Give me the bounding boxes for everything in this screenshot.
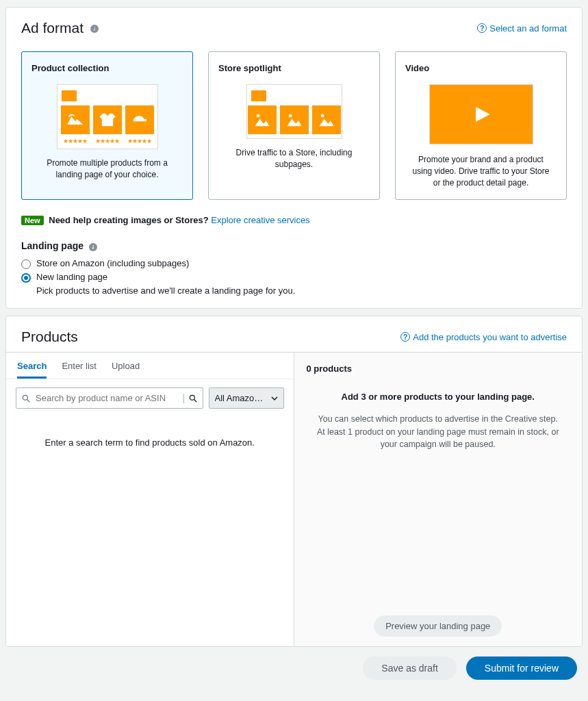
tab-enter-list[interactable]: Enter list <box>62 361 97 379</box>
creative-services-banner: New Need help creating images or Stores?… <box>21 215 567 225</box>
svg-point-3 <box>23 395 27 400</box>
search-row: All Amazon p… <box>6 379 294 417</box>
ad-format-help-link[interactable]: ? Select an ad format <box>477 23 567 34</box>
products-title: Products <box>21 329 78 345</box>
products-right-body: Add 3 or more products to your landing p… <box>294 375 583 606</box>
products-right-foot: Preview your landing page <box>294 606 583 646</box>
products-count: 0 products <box>294 353 583 375</box>
product-collection-thumb: ★★★★★★★★★★★★★★★ <box>57 84 158 149</box>
preview-landing-page-button[interactable]: Preview your landing page <box>374 615 502 637</box>
radio-icon <box>21 273 31 283</box>
card-title: Video <box>405 63 557 73</box>
card-desc: Promote multiple products from a landing… <box>31 157 183 181</box>
help-icon: ? <box>477 23 487 33</box>
card-store-spotlight[interactable]: Store spotlight Drive traffic to a Store… <box>208 51 380 200</box>
search-go-button[interactable] <box>183 394 203 403</box>
products-left: Search Enter list Upload All Amazon p… <box>6 353 294 646</box>
products-lead: Add 3 or more products to your landing p… <box>315 392 562 402</box>
ad-format-cards: Product collection ★★★★★★★★★★★★★★★ Promo… <box>21 51 567 200</box>
search-hint: Enter a search term to find products sol… <box>6 417 294 468</box>
ad-format-panel: Ad format i ? Select an ad format Produc… <box>5 7 583 309</box>
products-panel: Products ? Add the products you want to … <box>5 316 583 647</box>
info-icon[interactable]: i <box>89 243 97 251</box>
radio-label: Store on Amazon (including subpages) <box>36 258 189 268</box>
products-help-link[interactable]: ? Add the products you want to advertise <box>400 332 567 342</box>
card-desc: Promote your brand and a product using v… <box>405 154 557 188</box>
page-footer: Save as draft Submit for review <box>5 647 583 680</box>
tab-upload[interactable]: Upload <box>112 361 140 379</box>
banner-text: Need help creating images or Stores? <box>49 215 208 225</box>
radio-label: New landing page <box>36 272 107 282</box>
explore-creative-services-link[interactable]: Explore creative services <box>211 215 310 225</box>
svg-point-1 <box>288 114 292 118</box>
store-spotlight-thumb <box>246 84 342 139</box>
svg-line-4 <box>27 400 30 403</box>
svg-point-2 <box>320 114 324 118</box>
search-icon <box>16 394 36 403</box>
card-video[interactable]: Video Promote your brand and a product u… <box>395 51 567 200</box>
products-split: Search Enter list Upload All Amazon p… <box>6 352 582 646</box>
dropdown-label: All Amazon p… <box>215 393 268 403</box>
radio-icon <box>21 259 31 269</box>
products-header: Products ? Add the products you want to … <box>6 316 582 352</box>
new-badge: New <box>21 216 44 225</box>
save-draft-button[interactable]: Save as draft <box>363 657 457 680</box>
radio-sub-text: Pick products to advertise and we'll cre… <box>36 285 567 296</box>
svg-point-0 <box>256 114 259 118</box>
product-tabs: Search Enter list Upload <box>6 353 294 379</box>
radio-store-on-amazon[interactable]: Store on Amazon (including subpages) <box>21 258 567 269</box>
chevron-down-icon <box>271 395 278 402</box>
tab-search[interactable]: Search <box>17 361 47 379</box>
radio-new-landing-page[interactable]: New landing page <box>21 272 567 283</box>
svg-line-6 <box>194 400 197 403</box>
landing-page-title: Landing page i <box>21 240 567 251</box>
card-desc: Drive traffic to a Store, including subp… <box>218 147 370 170</box>
svg-point-5 <box>190 395 194 400</box>
submit-for-review-button[interactable]: Submit for review <box>466 657 577 680</box>
ad-format-header: Ad format i ? Select an ad format <box>21 20 567 36</box>
card-product-collection[interactable]: Product collection ★★★★★★★★★★★★★★★ Promo… <box>21 51 193 200</box>
ad-format-title: Ad format i <box>21 20 99 36</box>
video-thumb <box>429 84 533 144</box>
help-icon: ? <box>400 332 410 342</box>
marketplace-dropdown[interactable]: All Amazon p… <box>209 387 284 409</box>
search-input-wrap <box>16 387 203 409</box>
landing-page-options: Store on Amazon (including subpages) New… <box>21 258 567 296</box>
products-para: You can select which products to adverti… <box>315 413 562 450</box>
card-title: Product collection <box>31 63 183 73</box>
search-input[interactable] <box>36 388 183 408</box>
card-title: Store spotlight <box>218 63 370 73</box>
products-right: 0 products Add 3 or more products to you… <box>294 353 583 646</box>
info-icon[interactable]: i <box>90 25 99 33</box>
